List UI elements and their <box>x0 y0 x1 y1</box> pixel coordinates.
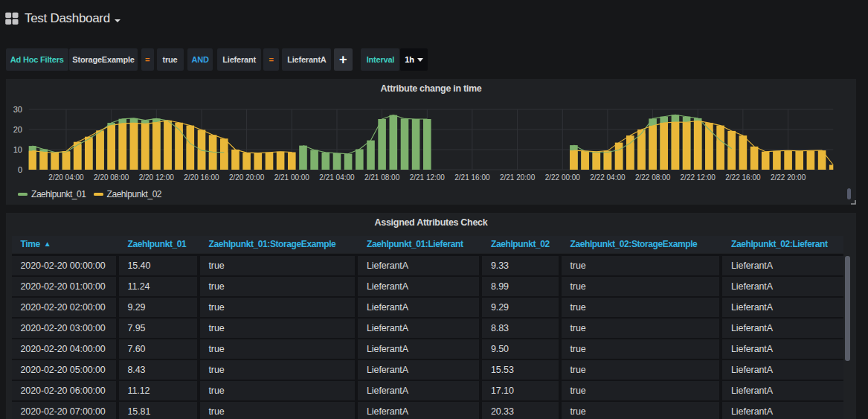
svg-text:30: 30 <box>13 105 22 114</box>
svg-text:2/22 20:00: 2/22 20:00 <box>771 173 806 181</box>
svg-text:2/22 00:00: 2/22 00:00 <box>545 173 581 181</box>
svg-text:2/21 12:00: 2/21 12:00 <box>410 173 446 181</box>
svg-text:2/21 16:00: 2/21 16:00 <box>454 173 490 181</box>
svg-text:2/22 12:00: 2/22 12:00 <box>681 173 716 181</box>
svg-text:20: 20 <box>13 125 22 134</box>
svg-text:2/22 04:00: 2/22 04:00 <box>590 173 626 181</box>
svg-text:2/22 16:00: 2/22 16:00 <box>725 173 761 181</box>
svg-text:2/21 00:00: 2/21 00:00 <box>274 173 310 181</box>
svg-text:2/20 04:00: 2/20 04:00 <box>48 173 84 181</box>
svg-text:10: 10 <box>13 145 22 154</box>
svg-text:0: 0 <box>18 165 22 174</box>
svg-text:2/21 04:00: 2/21 04:00 <box>319 173 355 181</box>
svg-text:2/20 08:00: 2/20 08:00 <box>94 173 129 181</box>
svg-text:2/20 16:00: 2/20 16:00 <box>184 173 219 181</box>
svg-text:2/21 08:00: 2/21 08:00 <box>364 173 400 181</box>
svg-text:2/22 08:00: 2/22 08:00 <box>635 173 671 181</box>
svg-text:2/20 20:00: 2/20 20:00 <box>229 173 265 181</box>
svg-text:2/20 12:00: 2/20 12:00 <box>139 173 175 181</box>
svg-text:2/21 20:00: 2/21 20:00 <box>500 173 536 181</box>
